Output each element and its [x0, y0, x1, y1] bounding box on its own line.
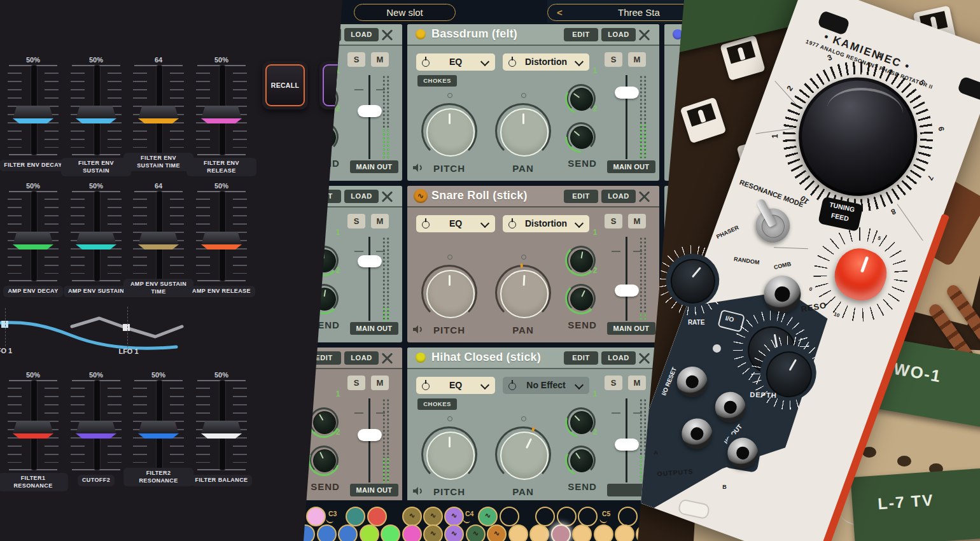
pan-knob[interactable]: [495, 103, 551, 159]
slider-cap[interactable]: [76, 106, 116, 123]
pitch-knob[interactable]: [421, 103, 477, 159]
slider-cap[interactable]: [13, 106, 53, 123]
pad[interactable]: [508, 524, 528, 541]
solo-button[interactable]: S: [605, 214, 622, 228]
pad[interactable]: [346, 507, 365, 526]
slider-cap[interactable]: [76, 421, 116, 439]
close-icon[interactable]: [636, 27, 652, 43]
send2-knob[interactable]: [566, 446, 596, 475]
pad[interactable]: [381, 524, 400, 541]
send2-knob[interactable]: [309, 446, 339, 475]
close-icon[interactable]: [379, 189, 395, 204]
speaker-icon[interactable]: [412, 486, 424, 496]
solo-button[interactable]: S: [605, 52, 622, 67]
main-out-button[interactable]: MAIN OUT: [350, 322, 398, 335]
close-icon[interactable]: [636, 351, 652, 366]
load-button[interactable]: LOAD: [601, 351, 636, 365]
slider-cap[interactable]: [201, 421, 242, 439]
pad[interactable]: [618, 507, 638, 526]
load-button[interactable]: LOAD: [601, 190, 636, 203]
load-button[interactable]: LOAD: [344, 28, 379, 41]
volume-fader-handle[interactable]: [615, 439, 639, 451]
pan-knob[interactable]: [495, 265, 551, 321]
slider-cap[interactable]: [201, 232, 242, 249]
pad[interactable]: ∿: [444, 507, 464, 526]
fx1-dropdown[interactable]: EQ: [416, 377, 495, 394]
speaker-icon[interactable]: [412, 325, 424, 334]
pad[interactable]: [578, 507, 598, 526]
pad[interactable]: ∿: [466, 524, 486, 541]
new-slot-button[interactable]: New slot: [354, 4, 456, 21]
slider-cap[interactable]: [138, 421, 179, 439]
send2-knob[interactable]: [566, 122, 596, 151]
volume-fader-handle[interactable]: [615, 285, 639, 297]
solo-button[interactable]: S: [347, 376, 365, 390]
volume-fader-track[interactable]: [368, 237, 370, 321]
mute-button[interactable]: M: [628, 214, 646, 228]
mute-button[interactable]: M: [371, 214, 389, 228]
mute-button[interactable]: M: [371, 376, 389, 390]
pad[interactable]: [306, 507, 326, 526]
fx1-dropdown[interactable]: EQ: [416, 53, 495, 71]
pitch-knob[interactable]: [421, 426, 477, 482]
pad[interactable]: [338, 524, 358, 541]
close-icon[interactable]: [379, 351, 395, 366]
fx1-dropdown[interactable]: EQ: [416, 215, 495, 232]
pad[interactable]: [557, 507, 577, 526]
slider-cap[interactable]: [76, 232, 116, 249]
slider-cap[interactable]: [13, 232, 53, 249]
fx2-dropdown[interactable]: Distortion: [503, 53, 589, 71]
pad[interactable]: [615, 524, 634, 541]
pitch-knob[interactable]: [421, 265, 477, 321]
edit-button[interactable]: EDIT: [564, 190, 598, 203]
load-button[interactable]: LOAD: [344, 190, 379, 203]
pad[interactable]: [317, 524, 337, 541]
load-button[interactable]: LOAD: [344, 351, 379, 365]
pad[interactable]: ∿: [444, 524, 464, 541]
fx2-dropdown[interactable]: No Effect: [503, 377, 589, 394]
chevron-left-icon[interactable]: <: [557, 4, 563, 20]
mute-button[interactable]: M: [371, 52, 389, 67]
pad[interactable]: [572, 524, 592, 541]
chokes-button[interactable]: CHOKES: [417, 75, 457, 87]
main-out-button[interactable]: MAIN OUT: [607, 160, 655, 173]
volume-fader-handle[interactable]: [358, 105, 382, 117]
close-icon[interactable]: [379, 27, 395, 43]
pad[interactable]: ∿: [423, 507, 443, 526]
edit-button[interactable]: EDIT: [564, 351, 598, 365]
volume-fader-handle[interactable]: [358, 429, 382, 441]
pad[interactable]: ∿: [478, 507, 498, 526]
pad[interactable]: [367, 507, 387, 526]
mute-button[interactable]: M: [628, 52, 646, 67]
pad[interactable]: ∿: [423, 524, 443, 541]
slider-cap[interactable]: [13, 421, 53, 439]
edit-button[interactable]: EDIT: [564, 28, 598, 41]
pad[interactable]: [529, 524, 549, 541]
pad[interactable]: [360, 524, 379, 541]
volume-fader-handle[interactable]: [358, 255, 382, 267]
pad-selected[interactable]: [551, 524, 571, 541]
solo-button[interactable]: S: [347, 214, 365, 228]
solo-button[interactable]: S: [347, 52, 365, 67]
volume-fader-track[interactable]: [368, 75, 370, 159]
pad[interactable]: [402, 524, 422, 541]
send2-knob[interactable]: [566, 284, 596, 313]
volume-fader-track[interactable]: [626, 237, 627, 321]
pan-knob[interactable]: [495, 426, 551, 482]
pad[interactable]: [535, 507, 555, 526]
solo-button[interactable]: S: [605, 376, 622, 390]
preset-nav-pill[interactable]: < Three Sta: [547, 4, 697, 21]
load-button[interactable]: LOAD: [601, 28, 636, 41]
fx2-dropdown[interactable]: Distortion: [503, 215, 589, 232]
mute-button[interactable]: M: [628, 376, 646, 390]
pad[interactable]: ∿: [402, 507, 422, 526]
pad[interactable]: ∿: [487, 524, 507, 541]
speaker-icon[interactable]: [412, 163, 424, 172]
slider-cap[interactable]: [138, 106, 179, 123]
slider-cap[interactable]: [138, 232, 179, 249]
pad[interactable]: [500, 507, 519, 526]
main-out-button[interactable]: MAIN OUT: [607, 322, 655, 335]
main-out-button[interactable]: MAIN OUT: [350, 484, 398, 496]
chokes-button[interactable]: CHOKES: [417, 398, 457, 410]
recall-button[interactable]: RECALL: [262, 61, 308, 109]
